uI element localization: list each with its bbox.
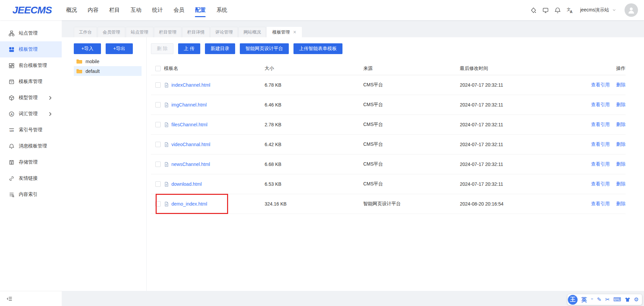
file-modified: 2024-07-17 20:32:11	[460, 122, 580, 127]
content-panel: +导入 +导出 mobile default	[62, 37, 644, 291]
view-reference-link[interactable]: 查看引用	[591, 122, 610, 127]
delete-link[interactable]: 删除	[616, 181, 626, 186]
tab-member-management[interactable]: 会员管理	[98, 27, 125, 37]
translate-icon[interactable]: 文A	[567, 7, 573, 13]
ime-skin-icon[interactable]	[625, 297, 630, 302]
file-source: CMS平台	[363, 141, 460, 147]
clean-cache-icon[interactable]	[530, 7, 537, 13]
template-table: 模板名 大小 来源 最后修改时间 操作 indexChannel.html 6.…	[151, 62, 626, 214]
nav-member[interactable]: 会员	[168, 0, 190, 20]
delete-link[interactable]: 删除	[616, 102, 626, 107]
nav-content[interactable]: 内容	[82, 0, 104, 20]
delete-link[interactable]: 删除	[616, 82, 626, 87]
template-file-link[interactable]: filesChannel.html	[164, 122, 207, 127]
tab-site-overview[interactable]: 网站概况	[238, 27, 266, 37]
tab-template-management[interactable]: 模板管理 ×	[267, 27, 302, 37]
row-checkbox[interactable]	[155, 181, 161, 187]
tab-label: 站点管理	[131, 29, 148, 35]
row-checkbox[interactable]	[155, 142, 161, 147]
sidebar-item-index-number[interactable]: 123 索引号管理	[0, 122, 62, 138]
nav-interaction[interactable]: 互动	[125, 0, 147, 20]
row-checkbox[interactable]	[155, 162, 161, 167]
delete-link[interactable]: 删除	[616, 201, 626, 206]
nav-channel[interactable]: 栏目	[104, 0, 125, 20]
archive-box-icon	[9, 79, 14, 85]
table-header: 模板名 大小 来源 最后修改时间 操作	[151, 62, 626, 75]
collapse-sidebar-icon[interactable]	[7, 296, 12, 302]
ime-pencil-icon[interactable]: ✎	[597, 297, 601, 302]
nav-config[interactable]: 配置	[190, 0, 211, 20]
file-modified: 2024-07-17 20:32:11	[460, 162, 580, 167]
main-nav: 概况 内容 栏目 互动 统计 会员 配置 系统	[61, 0, 232, 20]
tab-channel-management[interactable]: 栏目管理	[154, 27, 181, 37]
import-button[interactable]: +导入	[74, 43, 101, 54]
delete-link[interactable]: 删除	[616, 161, 626, 167]
tab-workbench[interactable]: 工作台	[74, 27, 97, 37]
ime-punctuation-icon[interactable]: ”	[591, 297, 593, 302]
delete-button[interactable]: 删 除	[151, 43, 173, 54]
sidebar-item-storage-management[interactable]: 存储管理	[0, 154, 62, 170]
layout-blocks-icon	[9, 63, 14, 69]
monitor-icon[interactable]	[542, 7, 549, 13]
upload-smart-form-button[interactable]: 上传智能表单模板	[293, 43, 342, 54]
chevron-down-icon	[612, 8, 616, 12]
template-file-link[interactable]: videoChannal.html	[164, 142, 210, 147]
ime-keyboard-icon[interactable]: ⌨	[613, 297, 621, 302]
export-button[interactable]: +导出	[106, 43, 133, 54]
site-switcher[interactable]: jeecms演示站	[580, 7, 616, 13]
folder-item-mobile[interactable]: mobile	[74, 56, 142, 66]
view-reference-link[interactable]: 查看引用	[591, 181, 610, 186]
sidebar-item-template-management[interactable]: 模板管理	[0, 41, 62, 57]
sidebar-item-content-index[interactable]: 内容索引	[0, 186, 62, 203]
sidebar-item-vocabulary-management[interactable]: A 词汇管理	[0, 106, 62, 122]
tab-channel-detail[interactable]: 栏目详情	[182, 27, 210, 37]
ime-language-toggle[interactable]: 英	[581, 297, 587, 303]
view-reference-link[interactable]: 查看引用	[591, 201, 610, 206]
sidebar-item-friend-links[interactable]: 友情链接	[0, 170, 62, 186]
folder-item-default[interactable]: default	[74, 66, 142, 76]
table-row: newsChannel.html 6.68 KB CMS平台 2024-07-1…	[151, 155, 626, 174]
delete-link[interactable]: 删除	[616, 122, 626, 127]
avatar[interactable]	[625, 3, 638, 17]
upload-button[interactable]: 上 传	[178, 43, 200, 54]
tab-close-icon[interactable]: ×	[293, 30, 296, 35]
select-all-checkbox[interactable]	[155, 66, 161, 71]
sidebar-item-site-management[interactable]: 站点管理	[0, 25, 62, 41]
template-file-link[interactable]: imgChannel.html	[164, 102, 207, 107]
row-checkbox[interactable]	[155, 102, 161, 107]
new-directory-button[interactable]: 新建目录	[205, 43, 235, 54]
main-area: 工作台 会员管理 站点管理 栏目管理 栏目详情 评论管理 网站概况 模板管理 ×…	[62, 20, 644, 306]
numbers-icon: 123	[9, 127, 14, 133]
sidebar-item-model-management[interactable]: 模型管理	[0, 90, 62, 106]
tab-site-management[interactable]: 站点管理	[126, 27, 153, 37]
delete-link[interactable]: 删除	[616, 141, 626, 147]
view-reference-link[interactable]: 查看引用	[591, 141, 610, 147]
row-checkbox[interactable]	[155, 122, 161, 127]
file-size: 2.78 KB	[265, 122, 363, 127]
bell-icon[interactable]	[554, 7, 561, 13]
row-checkbox[interactable]	[155, 201, 161, 207]
column-header-modified: 最后修改时间	[460, 65, 580, 72]
view-reference-link[interactable]: 查看引用	[591, 102, 610, 107]
template-file-link[interactable]: indexChannel.html	[164, 82, 210, 88]
nav-system[interactable]: 系统	[211, 0, 232, 20]
view-reference-link[interactable]: 查看引用	[591, 82, 610, 87]
view-reference-link[interactable]: 查看引用	[591, 161, 610, 167]
row-checkbox[interactable]	[155, 82, 161, 88]
ime-settings-icon[interactable]: ⚙	[634, 297, 639, 302]
template-file-link[interactable]: download.html	[164, 181, 202, 187]
sidebar-item-front-template[interactable]: 前台模板管理	[0, 57, 62, 74]
ime-logo-icon[interactable]: 王	[568, 295, 578, 305]
file-size: 6.46 KB	[265, 102, 363, 107]
sidebar-item-template-library[interactable]: 模板库管理	[0, 74, 62, 90]
template-file-link[interactable]: demo_index.html	[164, 201, 207, 207]
sidebar-item-message-template[interactable]: 消息模板管理	[0, 138, 62, 154]
chevron-right-icon	[47, 111, 53, 117]
smart-web-design-button[interactable]: 智能网页设计平台	[240, 43, 289, 54]
sidebar-item-label: 站点管理	[19, 30, 38, 36]
nav-overview[interactable]: 概况	[61, 0, 82, 20]
ime-scissors-icon[interactable]: ✂	[605, 297, 609, 302]
tab-comment-management[interactable]: 评论管理	[210, 27, 238, 37]
template-file-link[interactable]: newsChannel.html	[164, 162, 210, 167]
nav-statistics[interactable]: 统计	[147, 0, 168, 20]
